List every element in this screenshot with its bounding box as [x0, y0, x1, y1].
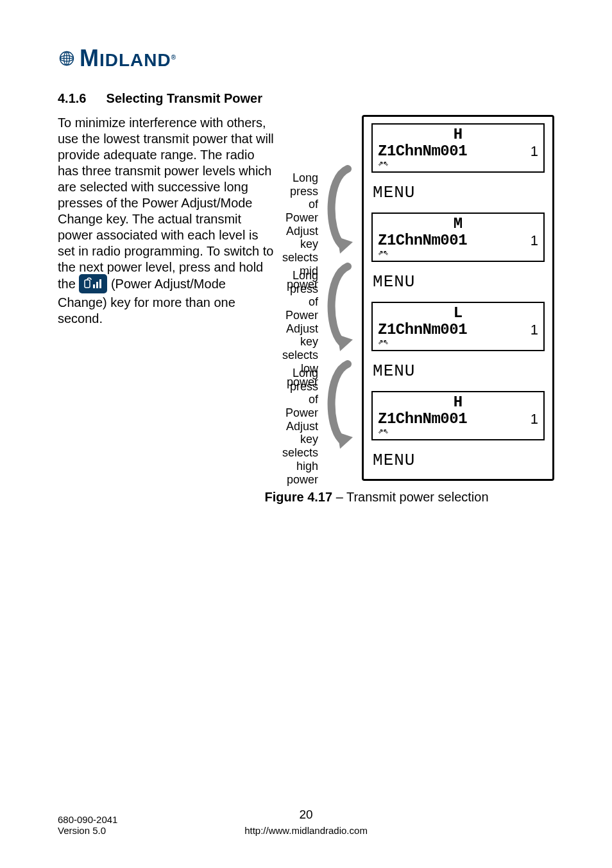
section-heading: 4.1.6 Selecting Transmit Power [58, 91, 554, 106]
menu-label: MENU [371, 183, 545, 202]
antenna-icon: ⇗⇖ [378, 426, 538, 435]
channel-name: Z1ChnNm001 [378, 321, 467, 338]
diagram-label: Long pressof PowerAdjust keyselects midp… [282, 171, 318, 269]
diagram-label: Long pressof PowerAdjust keyselects high… [282, 367, 318, 464]
channel-name: Z1ChnNm001 [378, 232, 467, 249]
power-indicator: H [378, 395, 538, 410]
footer-url: http://www.midlandradio.com [58, 825, 554, 836]
power-indicator: M [378, 216, 538, 232]
brand-name: MIDLAND® [80, 45, 176, 72]
antenna-icon: ⇗⇖ [378, 248, 538, 257]
channel-name: Z1ChnNm001 [378, 410, 467, 428]
svg-marker-9 [337, 237, 353, 254]
lcd-screen: H Z1ChnNm001 1 ⇗⇖ [371, 123, 545, 173]
channel-number: 1 [531, 143, 538, 160]
body-text-a: To minimize interference with others, us… [58, 116, 274, 274]
arrow-down-icon [322, 356, 358, 454]
globe-icon [58, 49, 76, 67]
page-number: 20 [58, 808, 554, 822]
screens-container: H Z1ChnNm001 1 ⇗⇖ MENU M Z1ChnNm001 1 ⇗⇖ [362, 115, 554, 481]
diagram-label: Long pressof PowerAdjust keyselects lowp… [282, 269, 318, 367]
antenna-icon: ⇗⇖ [378, 159, 538, 168]
arrow-down-icon [322, 161, 358, 259]
svg-rect-6 [93, 284, 95, 288]
channel-number: 1 [531, 232, 538, 249]
arrow-down-icon [322, 259, 358, 356]
diagram: Long pressof PowerAdjust keyselects midp… [282, 115, 554, 481]
lcd-screen: M Z1ChnNm001 1 ⇗⇖ [371, 213, 545, 262]
lcd-screen: H Z1ChnNm001 1 ⇗⇖ [371, 391, 545, 440]
antenna-icon: ⇗⇖ [378, 337, 538, 346]
section-number: 4.1.6 [58, 91, 103, 106]
channel-number: 1 [531, 411, 538, 428]
svg-rect-5 [85, 280, 90, 288]
body-text-pre: the [58, 277, 79, 291]
svg-marker-11 [337, 432, 353, 449]
menu-label: MENU [371, 451, 545, 470]
menu-label: MENU [371, 361, 545, 381]
body-paragraph: To minimize interference with others, us… [58, 115, 276, 327]
menu-label: MENU [371, 272, 545, 291]
brand-logo: MIDLAND® [58, 45, 554, 72]
svg-rect-8 [99, 279, 101, 288]
figure-number: Figure 4.17 [264, 490, 332, 504]
power-indicator: H [378, 127, 538, 143]
svg-rect-7 [96, 282, 98, 288]
lcd-screen: L Z1ChnNm001 1 ⇗⇖ [371, 302, 545, 351]
figure-title: – Transmit power selection [332, 490, 488, 504]
power-indicator: L [378, 306, 538, 321]
channel-name: Z1ChnNm001 [378, 143, 467, 160]
power-adjust-mode-key-icon [79, 274, 107, 293]
svg-marker-10 [337, 334, 353, 351]
channel-number: 1 [531, 322, 538, 338]
figure-caption: Figure 4.17 – Transmit power selection [199, 490, 554, 505]
section-title: Selecting Transmit Power [106, 91, 262, 105]
